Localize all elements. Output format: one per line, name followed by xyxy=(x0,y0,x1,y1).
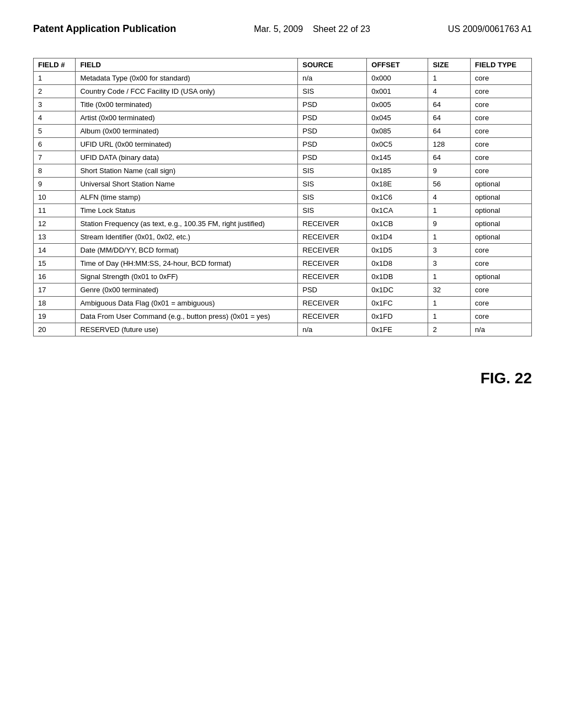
cell-field: RESERVED (future use) xyxy=(76,323,298,336)
cell-offset: 0x1D5 xyxy=(367,244,428,257)
cell-field: Station Frequency (as text, e.g., 100.35… xyxy=(76,217,298,231)
table-row: 18Ambiguous Data Flag (0x01 = ambiguous)… xyxy=(34,297,532,310)
cell-field-type: optional xyxy=(470,178,531,191)
table-row: 12Station Frequency (as text, e.g., 100.… xyxy=(34,217,532,231)
cell-field: Metadata Type (0x00 for standard) xyxy=(76,72,298,85)
publication-number: US 2009/0061763 A1 xyxy=(448,22,532,34)
cell-field-type: core xyxy=(470,98,531,111)
col-header-field-num: FIELD # xyxy=(34,58,76,72)
table-row: 9Universal Short Station NameSIS0x18E56o… xyxy=(34,178,532,191)
table-row: 3Title (0x00 terminated)PSD0x00564core xyxy=(34,98,532,111)
cell-size: 1 xyxy=(428,310,470,323)
cell-source: RECEIVER xyxy=(298,310,367,323)
publication-date: Mar. 5, 2009 Sheet 22 of 23 xyxy=(254,22,370,34)
cell-source: SIS xyxy=(298,85,367,98)
cell-field: ALFN (time stamp) xyxy=(76,191,298,204)
cell-field: Time of Day (HH:MM:SS, 24-hour, BCD form… xyxy=(76,257,298,270)
cell-offset: 0x005 xyxy=(367,98,428,111)
cell-source: RECEIVER xyxy=(298,217,367,231)
cell-field: UFID URL (0x00 terminated) xyxy=(76,138,298,151)
cell-source: n/a xyxy=(298,72,367,85)
cell-source: RECEIVER xyxy=(298,257,367,270)
cell-field-type: optional xyxy=(470,231,531,244)
cell-size: 64 xyxy=(428,125,470,138)
col-header-offset: OFFSET xyxy=(367,58,428,72)
cell-field: Genre (0x00 terminated) xyxy=(76,283,298,297)
cell-field-num: 12 xyxy=(34,217,76,231)
cell-field-type: core xyxy=(470,151,531,164)
cell-size: 1 xyxy=(428,72,470,85)
cell-offset: 0x18E xyxy=(367,178,428,191)
cell-source: RECEIVER xyxy=(298,231,367,244)
cell-source: SIS xyxy=(298,191,367,204)
cell-field-num: 2 xyxy=(34,85,76,98)
cell-source: PSD xyxy=(298,111,367,125)
cell-field-num: 5 xyxy=(34,125,76,138)
cell-offset: 0x1D4 xyxy=(367,231,428,244)
table-row: 13Stream Identifier (0x01, 0x02, etc.)RE… xyxy=(34,231,532,244)
cell-field: Short Station Name (call sign) xyxy=(76,164,298,178)
cell-field-num: 9 xyxy=(34,178,76,191)
cell-field-num: 14 xyxy=(34,244,76,257)
cell-offset: 0x1FE xyxy=(367,323,428,336)
table-row: 5Album (0x00 terminated)PSD0x08564core xyxy=(34,125,532,138)
table-row: 7UFID DATA (binary data)PSD0x14564core xyxy=(34,151,532,164)
cell-field: Time Lock Status xyxy=(76,204,298,217)
cell-field-num: 18 xyxy=(34,297,76,310)
cell-source: SIS xyxy=(298,178,367,191)
cell-size: 2 xyxy=(428,323,470,336)
table-row: 11Time Lock StatusSIS0x1CA1optional xyxy=(34,204,532,217)
table-row: 10ALFN (time stamp)SIS0x1C64optional xyxy=(34,191,532,204)
cell-field: Date (MM/DD/YY, BCD format) xyxy=(76,244,298,257)
cell-field: Data From User Command (e.g., button pre… xyxy=(76,310,298,323)
cell-field-type: core xyxy=(470,257,531,270)
cell-field: Universal Short Station Name xyxy=(76,178,298,191)
table-header-row: FIELD # FIELD SOURCE OFFSET SIZE FIELD T… xyxy=(34,58,532,72)
cell-field-type: core xyxy=(470,283,531,297)
cell-size: 56 xyxy=(428,178,470,191)
cell-size: 64 xyxy=(428,111,470,125)
cell-offset: 0x1DB xyxy=(367,270,428,283)
cell-field-num: 16 xyxy=(34,270,76,283)
cell-field-type: core xyxy=(470,125,531,138)
cell-field: Country Code / FCC Facility ID (USA only… xyxy=(76,85,298,98)
cell-size: 3 xyxy=(428,257,470,270)
col-header-field: FIELD xyxy=(76,58,298,72)
cell-field-num: 20 xyxy=(34,323,76,336)
table-row: 1Metadata Type (0x00 for standard)n/a0x0… xyxy=(34,72,532,85)
cell-field-type: optional xyxy=(470,191,531,204)
cell-field-num: 6 xyxy=(34,138,76,151)
cell-source: n/a xyxy=(298,323,367,336)
cell-field-num: 8 xyxy=(34,164,76,178)
cell-offset: 0x1CA xyxy=(367,204,428,217)
table-row: 8Short Station Name (call sign)SIS0x1859… xyxy=(34,164,532,178)
cell-source: PSD xyxy=(298,151,367,164)
cell-field: UFID DATA (binary data) xyxy=(76,151,298,164)
cell-field-type: n/a xyxy=(470,323,531,336)
cell-field-type: core xyxy=(470,138,531,151)
cell-field-type: optional xyxy=(470,270,531,283)
publication-title: Patent Application Publication xyxy=(33,22,176,36)
cell-field-type: core xyxy=(470,72,531,85)
cell-field-type: core xyxy=(470,164,531,178)
cell-offset: 0x145 xyxy=(367,151,428,164)
cell-field-num: 19 xyxy=(34,310,76,323)
cell-offset: 0x000 xyxy=(367,72,428,85)
data-table: FIELD # FIELD SOURCE OFFSET SIZE FIELD T… xyxy=(33,58,532,336)
main-content: FIELD # FIELD SOURCE OFFSET SIZE FIELD T… xyxy=(0,47,565,358)
cell-field-type: core xyxy=(470,244,531,257)
cell-size: 4 xyxy=(428,85,470,98)
table-row: 15Time of Day (HH:MM:SS, 24-hour, BCD fo… xyxy=(34,257,532,270)
cell-field-type: optional xyxy=(470,217,531,231)
cell-offset: 0x1FC xyxy=(367,297,428,310)
cell-offset: 0x1FD xyxy=(367,310,428,323)
cell-source: PSD xyxy=(298,138,367,151)
cell-size: 1 xyxy=(428,297,470,310)
cell-size: 128 xyxy=(428,138,470,151)
table-row: 19Data From User Command (e.g., button p… xyxy=(34,310,532,323)
figure-label: FIG. 22 xyxy=(0,358,565,387)
cell-size: 9 xyxy=(428,217,470,231)
cell-size: 64 xyxy=(428,98,470,111)
cell-field-num: 17 xyxy=(34,283,76,297)
cell-source: SIS xyxy=(298,204,367,217)
